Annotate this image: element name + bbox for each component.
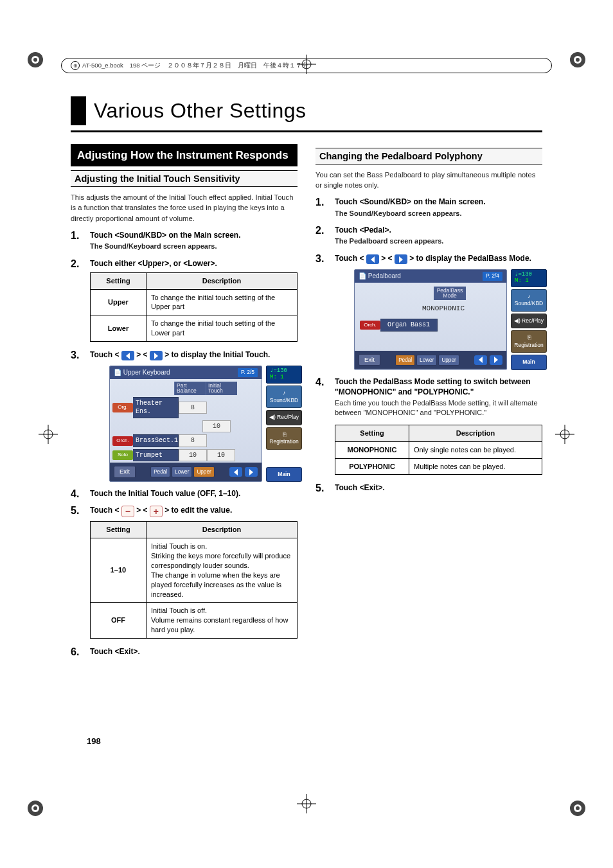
table1-r1-v: To change the initial touch setting of t… [147, 315, 298, 342]
side-main-button[interactable]: Main [266, 467, 302, 482]
table-row: MONOPHONIC Only single notes can be play… [335, 441, 542, 458]
row-name: BrassSect.1 [133, 434, 179, 447]
side-sound-kbd-button[interactable]: ♪ Sound/KBD [266, 385, 302, 408]
table2-r1-v: Initial Touch is off. Volume remains con… [147, 603, 298, 639]
screen-titlebar: 📄 Pedalboard P. 2/4 [355, 270, 506, 283]
arrow-left-icon [366, 254, 379, 264]
row-c1: 8 [179, 434, 207, 447]
pedalbass-mode-value[interactable]: MONOPHONIC [383, 304, 504, 314]
step-3-pre: Touch < [90, 350, 119, 359]
step-1-text: Touch <Sound/KBD> on the Main screen. [335, 197, 485, 206]
section-adjust-response: Adjusting How the Instrument Responds [71, 144, 298, 166]
header-strip: ⊕ AT-500_e.book 198 ページ ２００８年７月２８日 月曜日 午… [61, 58, 552, 73]
screen-row-3: Solo Trumpet 10 10 [112, 449, 259, 462]
side-main-button[interactable]: Main [511, 355, 547, 369]
table-row: Lower To change the initial touch settin… [91, 315, 298, 342]
page-number: 198 [87, 736, 101, 746]
tab-pedal[interactable]: Pedal [395, 355, 415, 366]
table2-h2: Description [147, 522, 298, 538]
row-c2: 10 [207, 449, 235, 462]
minus-button-icon: − [121, 506, 134, 517]
step-1: Touch <Sound/KBD> on the Main screen. Th… [71, 230, 298, 252]
chapter-marker-icon [71, 96, 86, 125]
screen-page-badge: P. 2/5 [238, 368, 258, 376]
side-rec-play-button[interactable]: ◀) Rec/Play [511, 314, 547, 328]
side-sound-kbd-button[interactable]: ♪ Sound/KBD [511, 289, 547, 312]
table1-h2: Description [147, 272, 298, 289]
row-tag: Org. [112, 403, 133, 412]
step-1-text: Touch <Sound/KBD> on the Main screen. [90, 231, 240, 240]
col-part-balance: Part Balance [174, 382, 206, 395]
print-mark-top-right [568, 50, 587, 69]
measure-value: M: 1 [515, 278, 543, 285]
table-row: OFF Initial Touch is off. Volume remains… [91, 603, 298, 639]
r0-k: MONOPHONIC [335, 441, 409, 458]
row-name: Trumpet [133, 449, 179, 462]
screen-row-0: Org. Theater Ens. 8 [112, 397, 259, 418]
arrow-left-icon [121, 351, 134, 360]
table2-r0-v: Initial Touch is on. Striking the keys m… [147, 538, 298, 603]
arrow-right-icon[interactable] [245, 467, 258, 477]
screen-side-panel: ♩=130 M: 1 ♪ Sound/KBD ◀) Rec/Play ⎘ Reg… [266, 366, 302, 482]
svg-point-5 [576, 58, 580, 62]
initial-touch-intro: This adjusts the amount of the Initial T… [71, 192, 298, 224]
pedalbass-mode-label: PedalBass Mode [434, 287, 466, 300]
arrow-right-icon[interactable] [490, 355, 502, 365]
svg-point-2 [33, 58, 37, 62]
pedal-poly-steps: Touch <Sound/KBD> on the Main screen. Th… [315, 197, 542, 493]
screen-bottom-bar: Exit Pedal Lower Upper [355, 351, 506, 369]
header-strip-text: AT-500_e.book 198 ページ ２００８年７月２８日 月曜日 午後４… [82, 62, 308, 70]
tab-upper[interactable]: Upper [438, 355, 459, 366]
side-rec-play-button[interactable]: ◀) Rec/Play [266, 410, 302, 425]
arrow-left-icon[interactable] [229, 467, 242, 477]
arrow-left-icon[interactable] [474, 355, 487, 365]
screen-arrows [229, 467, 258, 477]
screen-exit-button[interactable]: Exit [114, 466, 136, 478]
step-5: Touch < − > < + > to edit the value. Set… [71, 505, 298, 638]
screen-row-2: Orch. BrassSect.1 8 [112, 434, 259, 447]
table1-r1-k: Lower [91, 315, 147, 342]
step-3: Touch < > < > to display the PedalBass M… [315, 253, 542, 370]
col-initial-touch: Initial Touch [206, 382, 237, 395]
screen-main-area: 📄 Pedalboard P. 2/4 PedalBass Mode MONOP… [354, 269, 507, 370]
step-2-text: Touch either <Upper>, or <Lower>. [90, 259, 217, 268]
print-mark-top-left [26, 50, 45, 69]
tab-pedal[interactable]: Pedal [150, 466, 170, 477]
table-row: 1–10 Initial Touch is on. Striking the k… [91, 538, 298, 603]
tab-lower[interactable]: Lower [416, 355, 437, 366]
tab-upper[interactable]: Upper [193, 466, 214, 477]
screen-title: 📄 Pedalboard [359, 272, 401, 281]
table2-r0-k: 1–10 [91, 538, 147, 603]
step-6-text: Touch <Exit>. [90, 647, 140, 656]
step-5-mid: > < [136, 506, 147, 515]
row-name: Theater Ens. [133, 397, 179, 418]
table2-h1: Setting [91, 522, 147, 538]
print-mark-mid-left [39, 425, 58, 444]
pedalboard-screen: 📄 Pedalboard P. 2/4 PedalBass Mode MONOP… [354, 269, 547, 370]
step-4-text: Touch the Initial Touch value (OFF, 1–10… [90, 489, 240, 498]
chapter-title-row: Various Other Settings [71, 96, 542, 125]
step-4-detail: Each time you touch the PedalBass Mode s… [335, 398, 542, 418]
svg-point-11 [576, 806, 580, 810]
initial-touch-value-table: Setting Description 1–10 Initial Touch i… [90, 521, 298, 638]
table1-h1: Setting [91, 272, 147, 289]
side-registration-button[interactable]: ⎘ Registration [266, 427, 302, 450]
row-c2: 10 [202, 420, 231, 433]
polyphony-table: Setting Description MONOPHONIC Only sing… [335, 425, 542, 475]
screen-page-badge: P. 2/4 [483, 272, 502, 280]
screen-exit-button[interactable]: Exit [359, 354, 380, 366]
measure-value: M: 1 [270, 375, 298, 381]
step-1-detail: The Sound/Keyboard screen appears. [335, 209, 542, 218]
right-column: Changing the Pedalboard Polyphony You ca… [315, 144, 542, 660]
table1-r0-k: Upper [91, 289, 147, 315]
step-5-text: Touch <Exit>. [335, 483, 385, 492]
step-5-pre: Touch < [90, 506, 119, 515]
screen-row-0: Orch. Organ Bass1 [360, 319, 504, 332]
side-registration-button[interactable]: ⎘ Registration [511, 330, 547, 353]
step-1: Touch <Sound/KBD> on the Main screen. Th… [315, 197, 542, 218]
table-row: POLYPHONIC Multiple notes can be played. [335, 458, 542, 475]
row-tag: Orch. [360, 321, 380, 330]
tab-lower[interactable]: Lower [172, 466, 192, 477]
screen-titlebar: 📄 Upper Keyboard P. 2/5 [110, 366, 262, 379]
chapter-title: Various Other Settings [94, 99, 306, 123]
